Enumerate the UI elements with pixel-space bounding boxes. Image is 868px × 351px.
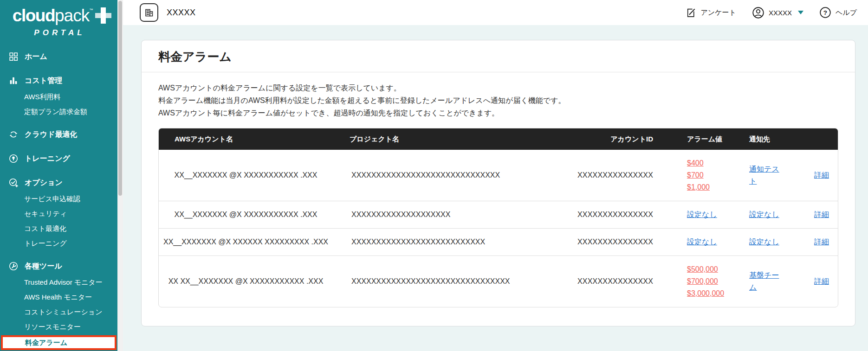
logo-tm: ™ [89,8,93,12]
sidebar-item-cloud-optimization[interactable]: クラウド最適化 [0,126,117,143]
column-header-account-id: アカウントID [521,128,674,150]
sidebar-item-fixed-plan-billing[interactable]: 定額プラン請求金額 [0,104,117,119]
description-line: 料金アラーム機能は当月のAWS利用料が設定した金額を超えると事前に登録したメール… [158,94,838,107]
alarm-value-link[interactable]: $3,000,000 [687,287,739,300]
project-name-cell: XXXXXXXXXXXXXXXXXXXXXXXXXXXXXXXX [333,256,521,307]
sidebar-item-service-application[interactable]: サービス申込確認 [0,191,117,206]
sidebar-item-label: ホーム [25,52,47,61]
description-line: AWSアカウント毎に料金アラーム値がセットでき、超過時の通知先を指定しておくこと… [158,107,838,119]
notify-target-link[interactable]: 基盤チーム [749,271,779,291]
account-name-cell: XX XX__XXXXXXX @X XXXXXXXXXXX .XXX [159,256,333,307]
survey-label: アンケート [701,8,736,17]
column-header-notify-target: 通知先 [739,128,802,150]
survey-pen-icon [685,7,697,19]
detail-link[interactable]: 詳細 [814,211,829,218]
sidebar-item-cost-simulation[interactable]: コストシミュレーション [0,305,117,319]
help-button[interactable]: ? ヘルプ [819,6,857,19]
sidebar-item-cost-management[interactable]: コスト管理 [0,72,117,89]
project-name-cell: XXXXXXXXXXXXXXXXXXXX [333,201,521,229]
alarm-value-link[interactable]: $700,000 [687,275,739,287]
user-name: XXXXX [769,9,792,17]
check-plus-icon [8,178,19,188]
chevron-down-icon [798,11,803,14]
organization-icon-button[interactable] [140,3,158,22]
sidebar-item-label: コスト管理 [25,76,62,85]
account-id-cell: XXXXXXXXXXXXXXX [521,256,674,307]
notify-target-link[interactable]: 設定なし [749,211,779,218]
alarm-value-link[interactable]: $400 [687,157,739,169]
alarm-value-link[interactable]: 設定なし [687,211,717,218]
sidebar-scrollbar-track[interactable] [117,0,123,351]
billing-alarm-card: 料金アラーム AWSアカウントの料金アラームに関する設定を一覧で表示しています。… [141,40,855,326]
user-menu[interactable]: XXXXX [752,6,803,19]
sidebar-item-home[interactable]: ホーム [0,48,117,65]
card-title: 料金アラーム [158,50,838,64]
alarm-value-link[interactable]: $700 [687,169,739,181]
detail-link[interactable]: 詳細 [814,171,829,179]
detail-link[interactable]: 詳細 [814,238,829,246]
sidebar-item-resource-monitor[interactable]: リソースモニター [0,319,117,334]
sidebar-item-label: クラウド最適化 [25,130,78,139]
detail-link[interactable]: 詳細 [814,277,829,285]
sidebar-item-label: オプション [25,178,63,187]
bar-chart-icon [8,76,19,86]
notify-target-link[interactable]: 通知テスト [749,165,779,185]
sidebar-item-training[interactable]: トレーニング [0,150,117,167]
sidebar-item-billing-alarm-active[interactable]: 料金アラーム [1,335,117,350]
logo-text-cloud: cloud [13,6,55,25]
table-row: XX XX__XXXXXXX @X XXXXXXXXXXX .XXX XXXXX… [159,256,838,307]
lightbulb-icon [8,153,19,164]
brand-logo: cloud pack ™ PORTAL [0,0,117,38]
help-icon: ? [819,6,831,19]
page-title: XXXXX [167,8,196,18]
alarm-value-link[interactable]: $500,000 [687,263,739,275]
home-grid-icon [8,51,19,62]
sidebar-scrollbar-thumb[interactable] [118,1,122,196]
top-header: XXXXX アンケート XXXXX [123,0,868,25]
column-header-account-name: AWSアカウント名 [159,128,333,150]
sidebar-item-trusted-advisor-monitor[interactable]: Trusted Advisor モニター [0,275,117,290]
account-id-cell: XXXXXXXXXXXXXXX [521,201,674,229]
sidebar-nav: ホーム コスト管理 AWS利用料 定額プラン請求金額 [0,48,117,350]
description-line: AWSアカウントの料金アラームに関する設定を一覧で表示しています。 [158,82,838,94]
svg-text:?: ? [823,9,827,16]
table-row: XX__XXXXXXX @X XXXXXXXXXXX .XXX XXXXXXXX… [159,201,838,229]
table-row: XX__XXXXXXX @X XXXXXXXXXXX .XXX XXXXXXXX… [159,150,838,201]
sidebar-item-training-sub[interactable]: トレーニング [0,236,117,251]
sidebar-item-aws-health-monitor[interactable]: AWS Health モニター [0,290,117,305]
sidebar-item-aws-usage[interactable]: AWS利用料 [0,89,117,104]
billing-alarm-table: AWSアカウント名 プロジェクト名 アカウントID アラーム値 通知先 XX__… [158,128,838,307]
sidebar: cloud pack ™ PORTAL ホーム [0,0,117,351]
alarm-value-link[interactable]: 設定なし [687,238,717,246]
help-label: ヘルプ [836,8,857,17]
logo-text-pack: pack [55,6,89,25]
survey-button[interactable]: アンケート [685,7,736,19]
notify-target-link[interactable]: 設定なし [749,238,779,246]
column-header-alarm-value: アラーム値 [674,128,739,150]
column-header-project-name: プロジェクト名 [333,128,521,150]
sidebar-item-tools[interactable]: 各種ツール [0,257,117,275]
account-id-cell: XXXXXXXXXXXXXXX [521,150,674,201]
sync-icon [8,129,19,140]
account-name-cell: XX__XXXXXXX @X XXXXXXXXXXX .XXX [159,201,333,229]
main-content: 料金アラーム AWSアカウントの料金アラームに関する設定を一覧で表示しています。… [123,25,868,351]
sidebar-item-options[interactable]: オプション [0,174,117,191]
logo-plus-icon [95,6,111,25]
wrench-icon [8,261,19,271]
project-name-cell: XXXXXXXXXXXXXXXXXXXXXXXXXXX [333,229,521,256]
organization-icon [143,7,155,18]
alarm-value-link[interactable]: $1,000 [687,181,739,193]
user-avatar-icon [752,6,764,19]
sidebar-item-label: 各種ツール [25,262,62,271]
sidebar-item-cost-optimization[interactable]: コスト最適化 [0,221,117,236]
project-name-cell: XXXXXXXXXXXXXXXXXXXXXXXXXXXXXX [333,150,521,201]
table-row: XX__XXXXXXX @X XXXXXX XXXXXXXXX .XXX XXX… [159,229,838,256]
sidebar-item-security[interactable]: セキュリティ [0,206,117,221]
logo-portal-label: PORTAL [2,28,117,38]
account-id-cell: XXXXXXXXXXXXXXX [521,229,674,256]
column-header-detail [802,128,838,150]
sidebar-item-label: トレーニング [25,154,70,163]
account-name-cell: XX__XXXXXXX @X XXXXXXXXXXX .XXX [159,150,333,201]
screen: cloud pack ™ PORTAL ホーム [0,0,868,351]
table-header-row: AWSアカウント名 プロジェクト名 アカウントID アラーム値 通知先 [159,128,838,150]
